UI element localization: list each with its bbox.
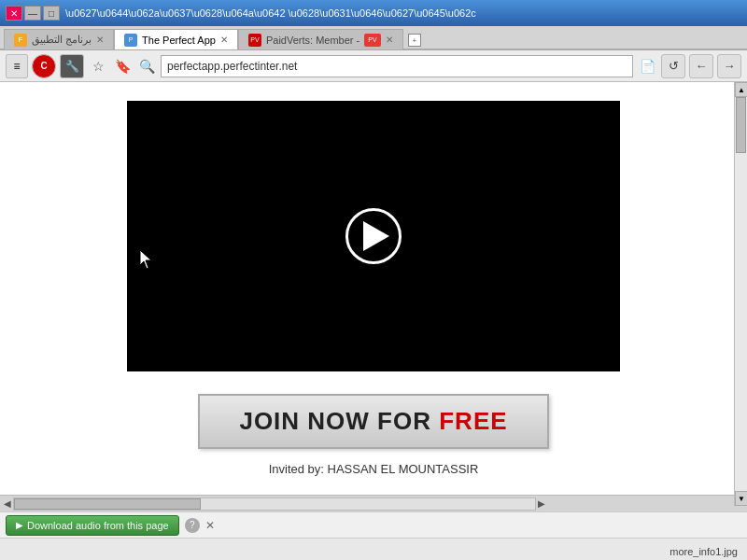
title-bar: ✕ — □ \u0627\u0644\u062a\u0637\u0628\u06… (0, 0, 747, 26)
page-icon[interactable]: 📄 (637, 56, 657, 77)
help-icon[interactable]: ? (185, 518, 200, 533)
play-button[interactable] (345, 208, 402, 264)
new-tab-icon: + (408, 34, 421, 47)
nav-bar: ≡ C 🔧 ☆ 🔖 🔍 perfectapp.perfectinter.net … (0, 50, 747, 82)
tab-3-label: PaidVerts: Member - Paid Ac (266, 35, 359, 46)
tab-1-label: برنامج التطبيق (32, 34, 92, 46)
back-btn[interactable]: ← (689, 54, 713, 78)
tab-3-favicon: PV (248, 34, 261, 47)
scroll-down-btn[interactable]: ▼ (735, 491, 747, 506)
join-now-button[interactable]: JOIN NOW FOR FREE (198, 394, 548, 449)
scrollbar-track[interactable] (735, 97, 747, 491)
minimize-btn[interactable]: — (24, 6, 41, 21)
scroll-thumb[interactable] (14, 498, 201, 510)
refresh-btn[interactable]: ↺ (661, 54, 685, 78)
star-icon[interactable]: ☆ (88, 56, 108, 77)
scroll-right-btn[interactable]: ▶ (536, 498, 547, 509)
new-tab-btn[interactable]: + (405, 32, 424, 49)
svg-marker-0 (140, 250, 151, 269)
tab-3-close[interactable]: ✕ (386, 35, 393, 45)
maximize-btn[interactable]: □ (43, 6, 60, 21)
download-audio-button[interactable]: ▶ Download audio from this page (6, 515, 179, 536)
download-btn-label: Download audio from this page (27, 520, 169, 531)
invited-by-label: Invited by: HASSAN EL MOUNTASSIR (269, 462, 479, 476)
menu-button[interactable]: ≡ (6, 54, 28, 78)
scroll-left-btn[interactable]: ◀ (2, 498, 13, 509)
download-bar: ▶ Download audio from this page ? ✕ (0, 511, 747, 538)
play-triangle-icon (363, 221, 389, 251)
window-title: \u0627\u0644\u062a\u0637\u0628\u064a\u06… (65, 7, 476, 19)
tab-2-favicon: P (124, 34, 137, 47)
filename-label: more_info1.jpg (669, 546, 738, 557)
close-btn[interactable]: ✕ (6, 6, 22, 21)
search-icon[interactable]: 🔍 (136, 56, 157, 77)
browser-content: JOIN NOW FOR FREE Invited by: HASSAN EL … (0, 82, 747, 495)
window-controls: ✕ — □ (6, 6, 60, 21)
tab-1[interactable]: F برنامج التطبيق ✕ (4, 29, 114, 49)
h-scrollbar[interactable]: ◀ ▶ (0, 495, 747, 511)
tab-2-label: The Perfect App (142, 35, 216, 46)
title-bar-left: ✕ — □ \u0627\u0644\u062a\u0637\u0628\u06… (6, 6, 476, 21)
browser-window: ✕ — □ \u0627\u0644\u062a\u0637\u0628\u06… (0, 0, 747, 560)
bookmark-icon[interactable]: 🔖 (112, 56, 133, 77)
extensions-btn[interactable]: 🔧 (60, 54, 84, 78)
url-bar[interactable]: perfectapp.perfectinter.net (161, 55, 633, 77)
cta-section: JOIN NOW FOR FREE Invited by: HASSAN EL … (198, 394, 548, 476)
right-scrollbar[interactable]: ▲ ▼ (734, 82, 747, 506)
tab-bar: F برنامج التطبيق ✕ P The Perfect App ✕ P… (0, 26, 747, 50)
forward-btn[interactable]: → (717, 54, 741, 78)
browser-logo[interactable]: C (32, 54, 56, 78)
scroll-track[interactable] (13, 497, 536, 511)
download-icon: ▶ (16, 520, 23, 530)
url-text: perfectapp.perfectinter.net (167, 60, 297, 73)
tab-2-close[interactable]: ✕ (220, 35, 228, 45)
tab-3[interactable]: PV PaidVerts: Member - Paid Ac PV ✕ (238, 29, 403, 49)
scrollbar-thumb[interactable] (736, 97, 746, 153)
tab-3-extra-favicon: PV (364, 34, 381, 47)
cursor (140, 250, 153, 269)
tab-1-favicon: F (14, 34, 27, 47)
scroll-up-btn[interactable]: ▲ (735, 82, 747, 97)
video-player[interactable] (127, 101, 620, 371)
tab-2[interactable]: P The Perfect App ✕ (114, 29, 238, 49)
close-download-icon[interactable]: ✕ (205, 519, 215, 532)
filename-bar: more_info1.jpg (0, 538, 747, 560)
join-text: JOIN NOW FOR (239, 407, 439, 435)
free-text: FREE (439, 407, 507, 435)
tab-1-close[interactable]: ✕ (96, 35, 104, 45)
